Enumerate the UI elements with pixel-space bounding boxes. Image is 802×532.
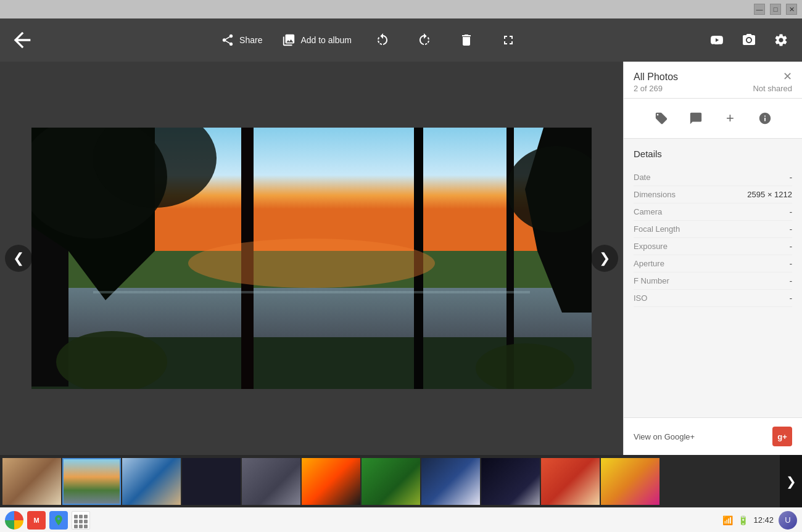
rotate-left-button[interactable] (371, 29, 394, 51)
filmstrip-thumb-5[interactable] (302, 458, 360, 505)
filmstrip-thumb-10[interactable] (601, 458, 659, 505)
filmstrip-thumb-6[interactable] (362, 458, 420, 505)
filmstrip-thumb-8[interactable] (481, 458, 540, 505)
iso-value: - (790, 293, 792, 303)
tag-action-button[interactable] (649, 106, 674, 131)
detail-row-aperture: Aperture - (634, 255, 792, 272)
share-label: Share (239, 35, 262, 45)
iso-label: ISO (634, 293, 647, 303)
back-button[interactable] (10, 28, 35, 52)
info-action-button[interactable] (753, 106, 777, 131)
battery-icon: 🔋 (738, 515, 748, 525)
youtube-button[interactable] (706, 29, 728, 51)
rotate-right-button[interactable] (413, 29, 436, 51)
svg-rect-15 (93, 291, 530, 293)
focal-length-value: - (790, 224, 792, 234)
panel-footer: View on Google+ g+ (624, 417, 802, 455)
thumb-bg-2 (122, 458, 181, 505)
next-photo-button[interactable]: ❯ (591, 245, 618, 272)
thumb-bg-5 (302, 458, 360, 505)
dimensions-value: 2595 × 1212 (747, 190, 792, 199)
main-photo (31, 128, 592, 389)
filmstrip-thumb-2[interactable] (122, 458, 181, 505)
panel-actions: + (624, 99, 802, 139)
chrome-app-icon[interactable] (5, 511, 23, 530)
camera-label: Camera (634, 207, 662, 216)
view-on-gplus-button[interactable]: View on Google+ (634, 432, 695, 441)
gplus-icon-button[interactable]: g+ (772, 427, 792, 446)
thumb-bg-8 (481, 458, 540, 505)
aperture-value: - (790, 259, 792, 268)
add-action-button[interactable]: + (718, 106, 743, 131)
gmail-app-icon[interactable]: M (27, 511, 46, 530)
thumb-bg-10 (601, 458, 659, 505)
side-panel: ✕ All Photos 2 of 269 Not shared + Detai… (623, 62, 802, 455)
date-label: Date (634, 173, 650, 182)
svg-point-14 (188, 239, 435, 288)
detail-row-iso: ISO - (634, 290, 792, 307)
maximize-button[interactable]: □ (770, 4, 781, 15)
user-avatar[interactable]: U (779, 511, 797, 530)
filmstrip-thumb-1[interactable] (62, 458, 121, 505)
taskbar: M 📶 🔋 12:42 U (0, 507, 802, 532)
filmstrip-thumb-4[interactable] (242, 458, 300, 505)
window-close-button[interactable]: ✕ (786, 4, 797, 15)
panel-count: 2 of 269 (634, 84, 663, 93)
detail-row-camera: Camera - (634, 203, 792, 221)
wifi-icon: 📶 (722, 515, 733, 525)
details-title: Details (634, 149, 792, 159)
filmstrip: ❯ (0, 455, 802, 507)
maps-app-icon[interactable] (49, 511, 68, 530)
filmstrip-thumb-3[interactable] (182, 458, 241, 505)
fullscreen-button[interactable] (497, 29, 519, 51)
prev-photo-button[interactable]: ❮ (5, 245, 32, 272)
fnumber-value: - (790, 276, 792, 285)
panel-share-status: Not shared (753, 84, 792, 93)
exposure-value: - (790, 242, 792, 251)
thumb-bg-4 (242, 458, 300, 505)
detail-row-focal-length: Focal Length - (634, 221, 792, 238)
fnumber-label: F Number (634, 276, 669, 285)
focal-length-label: Focal Length (634, 224, 680, 234)
panel-header: ✕ All Photos 2 of 269 Not shared (624, 62, 802, 99)
aperture-label: Aperture (634, 259, 664, 268)
detail-row-exposure: Exposure - (634, 238, 792, 255)
system-clock: 12:42 (753, 515, 774, 525)
delete-button[interactable] (455, 29, 477, 51)
apps-launcher-icon[interactable] (72, 511, 90, 530)
settings-button[interactable] (770, 29, 792, 51)
thumb-bg-7 (421, 458, 480, 505)
exposure-label: Exposure (634, 242, 668, 251)
filmstrip-inner (0, 458, 780, 505)
main-toolbar: Share Add to album (0, 18, 802, 62)
minimize-button[interactable]: — (754, 4, 765, 15)
share-button[interactable]: Share (221, 33, 262, 47)
thumb-bg-9 (541, 458, 600, 505)
panel-close-button[interactable]: ✕ (780, 69, 795, 84)
filmstrip-next-button[interactable]: ❯ (780, 455, 802, 507)
dimensions-label: Dimensions (634, 190, 676, 199)
comment-action-button[interactable] (684, 106, 708, 131)
detail-row-dimensions: Dimensions 2595 × 1212 (634, 186, 792, 203)
filmstrip-thumb-9[interactable] (541, 458, 600, 505)
filmstrip-thumb-0[interactable] (2, 458, 61, 505)
add-to-album-label: Add to album (300, 35, 352, 45)
taskbar-status: 📶 🔋 12:42 U (722, 511, 797, 530)
thumb-bg-3 (182, 458, 241, 505)
photo-svg (31, 128, 592, 389)
thumb-bg-6 (362, 458, 420, 505)
camera-value: - (790, 207, 792, 216)
panel-title: All Photos (634, 72, 792, 83)
thumb-bg-1 (64, 459, 120, 504)
thumb-bg-0 (2, 458, 61, 505)
title-bar: — □ ✕ (0, 0, 802, 18)
filmstrip-thumb-7[interactable] (421, 458, 480, 505)
photo-viewer: ❮ (0, 62, 623, 455)
details-section: Details Date - Dimensions 2595 × 1212 Ca… (624, 139, 802, 417)
taskbar-apps: M (5, 511, 90, 530)
content-area: ❮ (0, 62, 802, 455)
detail-row-fnumber: F Number - (634, 272, 792, 290)
detail-row-date: Date - (634, 169, 792, 186)
camera-button[interactable] (738, 29, 760, 51)
add-to-album-button[interactable]: Add to album (282, 33, 352, 47)
